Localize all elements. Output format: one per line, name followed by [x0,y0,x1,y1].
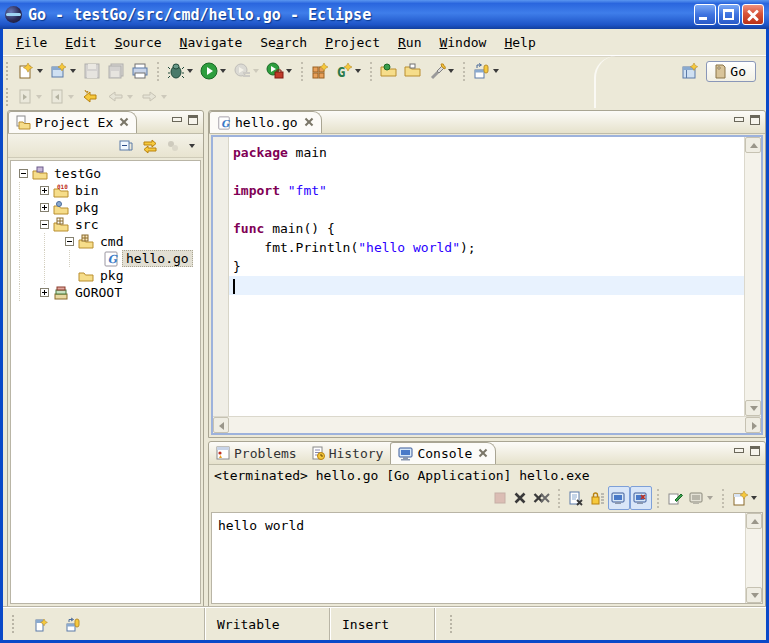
menu-run[interactable]: Run [389,32,430,53]
collapse-expander-icon[interactable] [19,169,28,178]
tree-item-pkg-src[interactable]: pkg [11,267,200,284]
search-button[interactable] [425,59,458,83]
collapse-expander-icon[interactable] [40,220,49,229]
console-vscroll[interactable] [745,513,762,603]
tree-item-testgo[interactable]: testGo [11,165,200,182]
remove-launch-button[interactable] [510,486,530,510]
close-icon[interactable] [479,449,488,458]
menu-project[interactable]: Project [316,32,389,53]
editor-vscroll[interactable] [744,137,761,416]
go-perspective-button[interactable]: Go [706,61,756,82]
maximize-view-icon[interactable] [188,115,198,125]
display-console-button[interactable] [686,486,717,510]
scroll-left-icon[interactable] [213,417,229,433]
code-area[interactable]: package main import "fmt" func main() { … [229,137,744,416]
tab-console[interactable]: Console [390,442,496,464]
scroll-down-icon[interactable] [745,400,761,416]
open-resource-button[interactable] [401,59,425,83]
scroll-up-icon[interactable] [745,137,761,153]
open-console-button[interactable] [729,486,761,510]
toolbar-grip[interactable] [6,62,10,80]
view-menu-button[interactable] [185,134,199,158]
toolbar-separator [558,489,560,508]
problems-tab-label: Problems [234,446,297,461]
close-button[interactable] [742,4,764,25]
tab-hello-go[interactable]: G hello.go [209,111,322,133]
remove-all-x-icon [533,491,550,505]
show-stderr-toggle-button[interactable] [630,486,652,510]
new-wizard-button[interactable] [14,59,47,83]
tree-item-cmd[interactable]: cmd [11,233,200,250]
show-stdout-toggle-button[interactable] [608,486,630,510]
toolbar-grip[interactable] [12,615,16,633]
trim-annotations-button[interactable] [62,612,85,636]
scroll-lock-button[interactable] [587,486,608,510]
display-console-icon [689,491,705,506]
view-filter-button[interactable] [163,134,183,158]
minimize-button[interactable] [694,4,716,25]
tab-project-explorer[interactable]: Project Ex [8,111,137,133]
profile-button[interactable] [230,59,263,83]
toolbar-grip[interactable] [6,88,10,106]
pin-console-button[interactable] [664,486,686,510]
title-bar[interactable]: Go - testGo/src/cmd/hello.go - Eclipse [0,0,769,29]
tree-item-src[interactable]: src [11,216,200,233]
next-annotation-button[interactable] [14,85,46,109]
external-tools-button[interactable] [263,59,296,83]
menu-help[interactable]: Help [495,32,544,53]
new-project-button[interactable] [47,59,80,83]
close-icon[interactable] [305,118,314,127]
console-output[interactable]: hello world [212,513,745,603]
menu-edit[interactable]: Edit [56,32,105,53]
maximize-view-icon[interactable] [750,115,760,125]
expand-expander-icon[interactable] [40,203,49,212]
menu-search[interactable]: Search [251,32,316,53]
maximize-button[interactable] [718,4,740,25]
expand-expander-icon[interactable] [40,288,49,297]
back-button[interactable] [103,85,137,109]
tree-item-hello-go[interactable]: G hello.go [11,250,200,267]
menu-source[interactable]: Source [106,32,171,53]
menu-window[interactable]: Window [430,32,495,53]
open-type-button[interactable] [377,59,401,83]
collapse-all-button[interactable] [115,134,137,158]
menu-navigate[interactable]: Navigate [171,32,252,53]
scroll-right-icon[interactable] [745,417,761,433]
debug-button[interactable] [164,59,197,83]
tree-item-goroot[interactable]: GOROOT [11,284,200,301]
last-edit-location-button[interactable] [78,85,103,109]
remove-all-terminated-button[interactable] [530,486,553,510]
maximize-view-icon[interactable] [750,446,760,456]
close-icon[interactable] [120,118,129,127]
package-folder-icon [78,234,94,250]
forward-button[interactable] [137,85,171,109]
tab-history[interactable]: History [304,442,391,464]
clear-console-button[interactable] [565,486,587,510]
save-all-button[interactable] [104,59,128,83]
tab-problems[interactable]: Problems [209,442,304,464]
scroll-down-icon[interactable] [746,587,762,603]
print-button[interactable] [128,59,152,83]
terminate-button[interactable] [490,486,510,510]
expand-expander-icon[interactable] [40,186,49,195]
run-button[interactable] [197,59,230,83]
minimize-view-icon[interactable] [172,116,181,125]
new-go-element-button[interactable]: G [332,59,365,83]
window-title: Go - testGo/src/cmd/hello.go - Eclipse [28,6,371,24]
new-project-grid-button[interactable] [308,59,332,83]
prev-annotation-button[interactable] [46,85,78,109]
save-button[interactable] [80,59,104,83]
menu-file[interactable]: File [7,32,56,53]
minimize-view-icon[interactable] [734,116,743,125]
tree-item-bin[interactable]: 010 bin [11,182,200,199]
show-annotations-button[interactable] [470,59,503,83]
tree-item-pkg[interactable]: pkg [11,199,200,216]
editor-hscroll[interactable] [213,416,761,433]
link-with-editor-button[interactable] [139,134,161,158]
collapse-expander-icon[interactable] [65,237,74,246]
scroll-up-icon[interactable] [746,513,762,529]
status-bar: Writable Insert [3,607,766,640]
minimize-view-icon[interactable] [734,447,743,456]
open-perspective-button[interactable] [678,59,702,83]
fast-view-button[interactable] [30,612,52,636]
